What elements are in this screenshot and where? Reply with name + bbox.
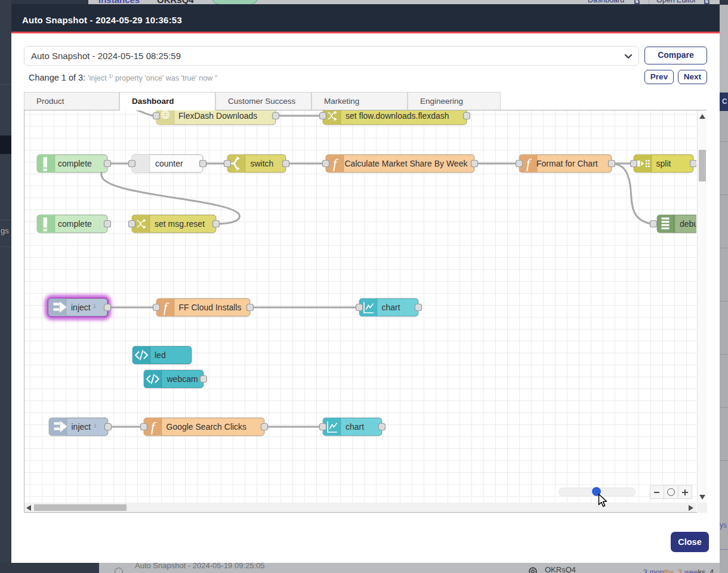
svg-text:chart: chart (382, 303, 400, 312)
svg-text:1: 1 (94, 423, 97, 429)
svg-text:switch: switch (251, 159, 274, 168)
svg-text:complete: complete (58, 219, 92, 229)
svg-text:Format for Chart: Format for Chart (536, 159, 598, 168)
svg-text:counter: counter (155, 159, 183, 168)
svg-text:chart: chart (346, 422, 364, 432)
svg-text:Google Search Clicks: Google Search Clicks (166, 422, 247, 432)
svg-text:FF Cloud Installs: FF Cloud Installs (179, 303, 242, 312)
svg-text:webcam: webcam (166, 374, 198, 384)
svg-text:FlexDash Downloads: FlexDash Downloads (178, 111, 257, 121)
svg-text:debug: debug (680, 219, 696, 229)
svg-text:complete: complete (58, 159, 92, 168)
svg-text:inject: inject (72, 422, 91, 432)
svg-text:split: split (656, 159, 671, 168)
svg-text:1: 1 (93, 303, 96, 309)
svg-text:led: led (155, 350, 166, 360)
svg-text:inject: inject (71, 303, 91, 312)
svg-text:Calculate Market Share By Week: Calculate Market Share By Week (345, 159, 468, 168)
svg-text:set msg.reset: set msg.reset (155, 219, 205, 229)
svg-text:set flow.downloads.flexdash: set flow.downloads.flexdash (346, 111, 449, 121)
